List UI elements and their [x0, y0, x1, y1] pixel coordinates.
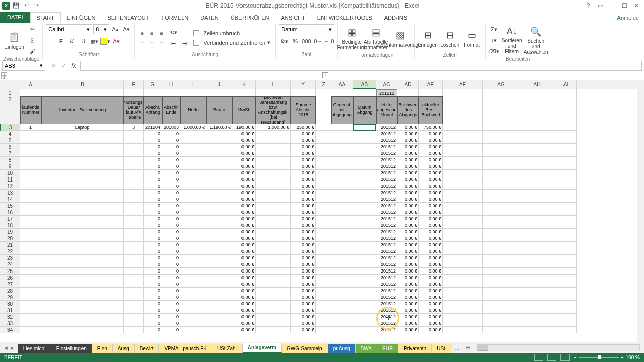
sheet-more[interactable]: ... [452, 345, 463, 351]
row-header-31[interactable]: 31 [0, 307, 20, 314]
sheet-tab[interactable]: VPMA - pausch.FK [159, 344, 212, 353]
row-header-26[interactable]: 26 [0, 275, 20, 281]
zoom-out-icon[interactable]: − [574, 355, 577, 360]
row-header-15[interactable]: 15 [0, 203, 20, 209]
row-header-20[interactable]: 20 [0, 235, 20, 242]
row-header-14[interactable]: 14 [0, 196, 20, 203]
view-normal-icon[interactable] [534, 354, 543, 361]
indent-increase-icon[interactable]: ⇥ [179, 39, 189, 49]
col-header-AB[interactable]: AB [353, 80, 376, 89]
tab-entwicklertools[interactable]: ENTWICKLERTOOLS [311, 13, 378, 23]
row-header-8[interactable]: 8 [0, 157, 20, 163]
col-header-AE[interactable]: AE [419, 80, 443, 89]
sheet-tab[interactable]: Bewirt [135, 344, 159, 353]
view-layout-icon[interactable] [547, 354, 556, 361]
row-header-24[interactable]: 24 [0, 261, 20, 268]
sheet-tab[interactable]: pr.Ausg [328, 344, 356, 353]
clear-icon[interactable]: ⌫▾ [489, 46, 499, 56]
cancel-formula-icon[interactable]: ✕ [49, 62, 58, 69]
sheet-tab[interactable]: USt. [432, 344, 452, 353]
row-header-18[interactable]: 18 [0, 222, 20, 229]
tab-einfuegen[interactable]: EINFÜGEN [61, 13, 102, 23]
close-icon[interactable]: ✕ [631, 2, 642, 9]
cell-styles-button[interactable]: ▧Zellenformatvorlagen [389, 24, 411, 52]
col-header-F[interactable]: F [124, 80, 144, 89]
sheet-tab[interactable]: Lies mich! [18, 344, 51, 353]
maximize-icon[interactable]: ☐ [619, 2, 630, 9]
outline-1[interactable]: 1 [1, 72, 7, 76]
indent-decrease-icon[interactable]: ⇤ [168, 39, 178, 49]
fill-icon[interactable]: ↓▾ [489, 35, 499, 45]
font-size-combo[interactable]: 8▾ [93, 24, 109, 34]
row-header-19[interactable]: 19 [0, 229, 20, 235]
font-color-button[interactable]: A▾ [111, 36, 121, 46]
row-header-5[interactable]: 5 [0, 137, 20, 144]
minimize-icon[interactable]: ― [607, 2, 618, 9]
row-header-34[interactable]: 34 [0, 327, 20, 333]
delete-cells-button[interactable]: ⊟Löschen [440, 24, 460, 52]
col-header-A[interactable]: A [20, 80, 41, 89]
tab-ueberpruefen[interactable]: ÜBERPRÜFEN [225, 13, 275, 23]
decrease-decimal-icon[interactable]: ←.0 [324, 36, 334, 46]
increase-font-icon[interactable]: A▴ [110, 24, 120, 34]
row-header-1[interactable]: 1 [0, 89, 20, 96]
row-header-21[interactable]: 21 [0, 242, 20, 248]
col-header-AG[interactable]: AG [483, 80, 519, 89]
row-header-28[interactable]: 28 [0, 288, 20, 294]
outline-expand-icon[interactable]: + [322, 72, 328, 78]
row-header-7[interactable]: 7 [0, 150, 20, 157]
row-header-25[interactable]: 25 [0, 268, 20, 275]
vertical-scrollbar[interactable] [637, 80, 644, 342]
alignment-grid[interactable]: ≡≡≡≡≡≡ [138, 29, 166, 47]
border-button[interactable]: ▦▾ [89, 36, 99, 46]
tab-formeln[interactable]: FORMELN [155, 13, 194, 23]
sheet-tab[interactable]: Ausg [113, 344, 135, 353]
currency-icon[interactable]: ⚙▾ [279, 36, 289, 46]
undo-icon[interactable]: ↶ [22, 2, 30, 10]
row-header-27[interactable]: 27 [0, 281, 20, 288]
sheet-tab[interactable]: GWG-Sammelp [282, 344, 328, 353]
signin-link[interactable]: Anmelde [612, 13, 644, 23]
col-header-Y[interactable]: Y [291, 80, 316, 89]
autosum-icon[interactable]: Σ▾ [489, 24, 499, 34]
ribbon-toggle-icon[interactable]: ▭ [595, 2, 606, 9]
merge-center-button[interactable]: Verbinden und zentrieren▾ [191, 38, 272, 47]
format-painter-icon[interactable]: 🖌 [27, 46, 37, 56]
sheet-tab[interactable]: BWA [356, 344, 377, 353]
find-select-button[interactable]: 🔍Suchen und Auswählen [525, 26, 547, 54]
cut-icon[interactable]: ✂ [27, 24, 37, 34]
number-format-combo[interactable]: Datum▾ [279, 24, 334, 34]
fill-color-button[interactable]: ▾ [100, 36, 110, 46]
row-header-13[interactable]: 13 [0, 190, 20, 196]
col-header-H[interactable]: H [162, 80, 180, 89]
italic-button[interactable]: K [67, 36, 77, 46]
font-name-combo[interactable]: Calibri▾ [46, 24, 92, 34]
help-icon[interactable]: ? [583, 2, 594, 9]
zoom-in-icon[interactable]: + [621, 355, 624, 360]
thousands-icon[interactable]: 000 [301, 36, 311, 46]
col-header-L[interactable]: L [256, 80, 291, 89]
row-header-23[interactable]: 23 [0, 255, 20, 261]
outline-2[interactable]: 2 [1, 76, 7, 79]
row-header-3[interactable]: 3 [0, 124, 20, 131]
save-icon[interactable]: 💾 [12, 2, 20, 10]
sheet-tab[interactable]: EÜR [377, 344, 398, 353]
new-sheet-icon[interactable]: ⊕ [463, 344, 473, 351]
row-header-30[interactable]: 30 [0, 301, 20, 307]
decrease-font-icon[interactable]: A▾ [121, 24, 131, 34]
sheet-tab[interactable]: Einn [92, 344, 113, 353]
select-all-corner[interactable] [0, 80, 20, 89]
sheet-nav-next-icon[interactable]: ► [10, 345, 15, 351]
row-header-10[interactable]: 10 [0, 170, 20, 176]
col-header-Z[interactable]: Z [316, 80, 331, 89]
sheet-tab[interactable]: Privatentn [398, 344, 432, 353]
copy-icon[interactable]: ⎘ [27, 35, 37, 45]
row-header-9[interactable]: 9 [0, 163, 20, 170]
col-header-J[interactable]: J [206, 80, 232, 89]
zoom-slider[interactable] [579, 357, 619, 358]
tab-ansicht[interactable]: ANSICHT [275, 13, 311, 23]
row-header-2[interactable]: 2 [0, 96, 20, 124]
horizontal-scrollbar[interactable] [477, 344, 640, 351]
redo-icon[interactable]: ↷ [32, 2, 40, 10]
sheet-tab[interactable]: USt.Zahl [212, 344, 243, 353]
